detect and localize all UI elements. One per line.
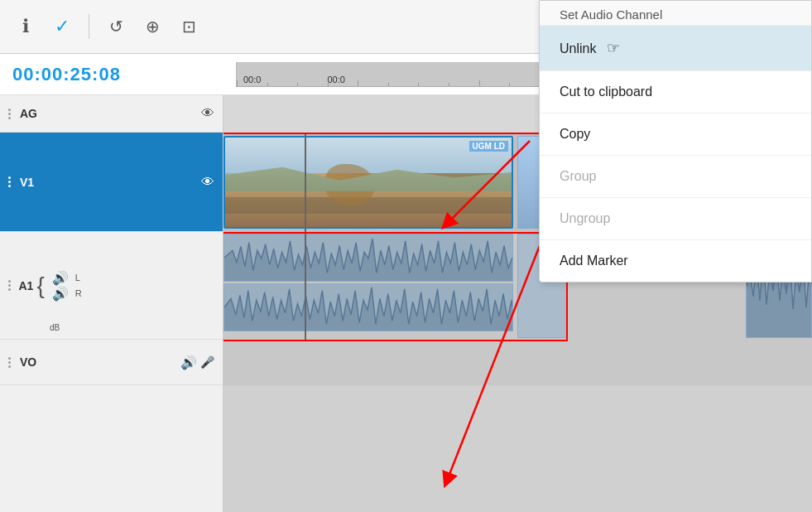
track-vo-mic-off-icon: 🎤 (200, 355, 214, 369)
video-clip-thumbnail: UGM LD (225, 138, 512, 227)
tracks-panel: AG 👁 V1 👁 A1 { 🔊 (0, 95, 223, 512)
context-menu-item-cut[interactable]: Cut to clipboard (540, 71, 811, 114)
track-a1-r-icon: 🔊 (52, 286, 69, 302)
ttr-vo (223, 340, 812, 385)
context-menu-top-label: Set Audio Channel (540, 1, 811, 26)
track-v1-visibility-icon[interactable]: 👁 (201, 175, 214, 190)
check-icon: ✓ (55, 16, 70, 37)
track-a1-channels: 🔊 L 🔊 R (48, 270, 214, 302)
undo-button[interactable]: ↺ (103, 13, 129, 40)
context-menu-item-add-marker[interactable]: Add Marker (540, 240, 811, 282)
track-vo-mute-icon[interactable]: 🔊 (180, 355, 197, 370)
audio-clip-l-main[interactable] (223, 234, 513, 282)
cursor-hand-icon: ☞ (607, 39, 620, 57)
waveform-r-svg (224, 284, 512, 331)
video-clip-main[interactable]: UGM LD (223, 136, 513, 229)
track-vo-label: VO (20, 355, 36, 369)
context-menu-item-group[interactable]: Group (540, 156, 811, 198)
check-button[interactable]: ✓ (49, 13, 75, 40)
undo-icon: ↺ (109, 17, 123, 36)
track-v1-handle[interactable] (8, 176, 15, 187)
context-menu: Set Audio Channel Unlink ☞ Cut to clipbo… (539, 0, 812, 283)
track-a1-l-label: L (75, 273, 80, 283)
track-a1-db-label: dB (50, 323, 60, 332)
track-ag-label: AG (20, 107, 37, 120)
playhead-v1 (305, 133, 306, 232)
crop-button[interactable]: ⊡ (175, 13, 202, 40)
context-menu-item-ungroup[interactable]: Ungroup (540, 198, 811, 240)
track-v1-label: V1 (20, 176, 34, 189)
toolbar-divider-1 (89, 14, 89, 39)
track-a1-r-label: R (75, 288, 82, 298)
track-ag-visibility-icon[interactable]: 👁 (201, 106, 214, 121)
context-menu-item-unlink[interactable]: Unlink ☞ (540, 26, 811, 71)
waveform-l-svg (224, 234, 512, 281)
track-v1-row: V1 👁 (0, 133, 223, 232)
layers-button[interactable]: ⊕ (139, 13, 166, 40)
timecode-display: 00:00:25:08 (12, 64, 236, 85)
track-vo-handle[interactable] (8, 357, 15, 368)
audio-clip-r-main[interactable] (223, 283, 513, 331)
context-menu-item-copy[interactable]: Copy (540, 114, 811, 156)
info-icon: ℹ (22, 16, 29, 37)
layers-icon: ⊕ (146, 17, 160, 36)
track-a1-l-icon: 🔊 (52, 270, 69, 286)
track-a1-row: A1 { 🔊 L 🔊 R dB (0, 232, 223, 340)
track-ag-handle[interactable] (8, 109, 15, 119)
track-a1-left-sub: 🔊 L (48, 270, 214, 286)
track-a1-label: A1 (18, 279, 33, 292)
track-a1-handle[interactable] (8, 280, 13, 291)
track-ag-row: AG 👁 (0, 95, 223, 133)
track-vo-row: VO 🔊 🎤 (0, 340, 223, 385)
info-button[interactable]: ℹ (12, 13, 39, 40)
track-a1-bracket: { (36, 274, 44, 297)
video-clip-label: UGM LD (469, 141, 508, 152)
playhead-a1 (305, 232, 306, 340)
crop-icon: ⊡ (182, 17, 196, 36)
track-a1-right-sub: 🔊 R (48, 286, 214, 302)
